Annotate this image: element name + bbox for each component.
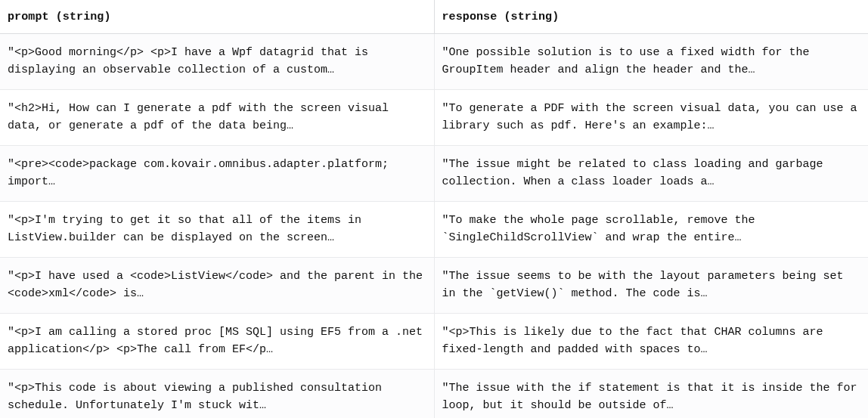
table-row[interactable]: "<pre><code>package com.kovair.omnibus.a… bbox=[0, 146, 868, 202]
table-row[interactable]: "<h2>Hi, How can I generate a pdf with t… bbox=[0, 90, 868, 146]
response-cell[interactable]: "To make the whole page scrollable, remo… bbox=[435, 202, 869, 257]
response-cell[interactable]: "The issue seems to be with the layout p… bbox=[435, 258, 869, 313]
data-table: prompt (string) response (string) "<p>Go… bbox=[0, 0, 868, 418]
prompt-cell[interactable]: "<p>I'm trying to get it so that all of … bbox=[0, 202, 435, 257]
column-header-response[interactable]: response (string) bbox=[435, 0, 869, 33]
prompt-cell[interactable]: "<p>I am calling a stored proc [MS SQL] … bbox=[0, 314, 435, 369]
prompt-cell[interactable]: "<p>I have used a <code>ListView</code> … bbox=[0, 258, 435, 313]
prompt-cell[interactable]: "<h2>Hi, How can I generate a pdf with t… bbox=[0, 90, 435, 145]
response-cell[interactable]: "To generate a PDF with the screen visua… bbox=[435, 90, 869, 145]
table-row[interactable]: "<p>I have used a <code>ListView</code> … bbox=[0, 258, 868, 314]
prompt-cell[interactable]: "<pre><code>package com.kovair.omnibus.a… bbox=[0, 146, 435, 201]
column-name: response bbox=[442, 11, 498, 23]
response-cell[interactable]: "The issue with the if statement is that… bbox=[435, 370, 869, 418]
table-row[interactable]: "<p>Good morning</p> <p>I have a Wpf dat… bbox=[0, 34, 868, 90]
table-header-row: prompt (string) response (string) bbox=[0, 0, 868, 34]
prompt-cell[interactable]: "<p>Good morning</p> <p>I have a Wpf dat… bbox=[0, 34, 435, 89]
table-row[interactable]: "<p>I am calling a stored proc [MS SQL] … bbox=[0, 314, 868, 370]
response-cell[interactable]: "<p>This is likely due to the fact that … bbox=[435, 314, 869, 369]
response-cell[interactable]: "One possible solution is to use a fixed… bbox=[435, 34, 869, 89]
response-cell[interactable]: "The issue might be related to class loa… bbox=[435, 146, 869, 201]
table-row[interactable]: "<p>This code is about viewing a publish… bbox=[0, 370, 868, 418]
column-type: (string) bbox=[56, 11, 111, 23]
column-name: prompt bbox=[8, 11, 49, 23]
prompt-cell[interactable]: "<p>This code is about viewing a publish… bbox=[0, 370, 435, 418]
column-header-prompt[interactable]: prompt (string) bbox=[0, 0, 435, 33]
column-type: (string) bbox=[504, 11, 559, 23]
table-row[interactable]: "<p>I'm trying to get it so that all of … bbox=[0, 202, 868, 258]
